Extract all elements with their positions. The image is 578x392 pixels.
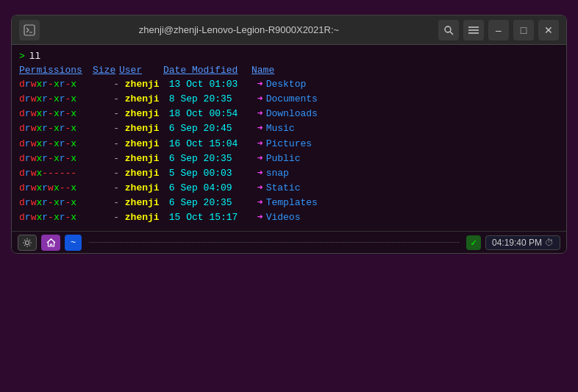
menu-button[interactable] xyxy=(463,20,484,40)
perm-x: x xyxy=(54,123,60,134)
home-button[interactable] xyxy=(41,235,60,251)
table-row: drwxr-xr-x - zhenji 13 Oct 01:03 ➜ Deskt… xyxy=(19,77,559,92)
perm-r: r xyxy=(60,123,65,134)
file-perms: drwxr-xr-x xyxy=(19,210,93,225)
perm-r: r xyxy=(25,138,31,149)
file-size: - xyxy=(93,196,119,210)
file-date: 6 Sep 20:45 xyxy=(163,121,251,136)
svg-point-2 xyxy=(445,26,451,32)
perm-x: x xyxy=(54,212,60,223)
file-size: - xyxy=(93,137,119,152)
perm-dash: - xyxy=(48,138,54,149)
file-user: zhenji xyxy=(119,166,163,181)
perm-r: r xyxy=(60,212,65,223)
perm-dash: - xyxy=(48,212,54,223)
perm-x: x xyxy=(71,108,76,119)
perm-w: w xyxy=(48,182,54,193)
perm-x: x xyxy=(71,93,76,104)
status-bar: ~ ✓ 04:19:40 PM ⏱ xyxy=(12,231,566,253)
table-header: Permissions Size User Date Modified Name xyxy=(19,65,559,76)
file-name: Public xyxy=(266,152,301,166)
perm-d: d xyxy=(19,197,25,208)
perm-r: r xyxy=(42,182,48,193)
terminal-icon[interactable] xyxy=(19,20,40,40)
window-title: zhenji@zhenji-Lenovo-Legion-R9000X2021R:… xyxy=(139,24,339,35)
maximize-button[interactable]: □ xyxy=(513,20,534,40)
file-perms: drwxrwx--x xyxy=(19,181,93,196)
perm-r: r xyxy=(25,123,31,134)
file-name: Pictures xyxy=(266,137,312,152)
gear-button[interactable] xyxy=(18,235,37,251)
perm-r: r xyxy=(60,153,65,164)
file-date: 16 Oct 15:04 xyxy=(163,137,251,152)
minimize-button[interactable]: – xyxy=(488,20,509,40)
table-row: drwxr-xr-x - zhenji 18 Oct 00:54 ➜ Downl… xyxy=(19,107,559,121)
title-bar: zhenji@zhenji-Lenovo-Legion-R9000X2021R:… xyxy=(12,15,566,45)
perm-x: x xyxy=(54,138,60,149)
svg-point-7 xyxy=(26,240,29,244)
arrow-icon: ➜ xyxy=(251,92,263,107)
perm-dash: - xyxy=(42,168,48,179)
prompt-arrow: > xyxy=(19,51,25,62)
file-user: zhenji xyxy=(119,107,163,121)
command-text: ll xyxy=(29,51,41,62)
perm-d: d xyxy=(19,168,25,179)
table-row: drwxr-xr-x - zhenji 15 Oct 15:17 ➜ Video… xyxy=(19,210,559,225)
title-bar-left xyxy=(19,20,40,40)
file-perms: drwxr-xr-x xyxy=(19,107,93,121)
file-size: - xyxy=(93,181,119,196)
file-size: - xyxy=(93,92,119,107)
perm-r: r xyxy=(25,182,31,193)
arrow-icon: ➜ xyxy=(251,121,263,136)
perm-x: x xyxy=(71,138,76,149)
perm-r: r xyxy=(42,153,48,164)
file-perms: drwxr-xr-x xyxy=(19,137,93,152)
file-perms: drwxr-xr-x xyxy=(19,121,93,136)
arrow-icon: ➜ xyxy=(251,137,263,152)
table-row: drwx------ - zhenji 5 Sep 00:03 ➜ snap xyxy=(19,166,559,181)
perm-d: d xyxy=(19,79,25,90)
perm-x: x xyxy=(54,79,60,90)
file-user: zhenji xyxy=(119,181,163,196)
perm-x: x xyxy=(71,197,76,208)
perm-r: r xyxy=(42,93,48,104)
perm-d: d xyxy=(19,212,25,223)
table-row: drwxr-xr-x - zhenji 16 Oct 15:04 ➜ Pictu… xyxy=(19,137,559,152)
file-perms: drwxr-xr-x xyxy=(19,152,93,166)
perm-r: r xyxy=(60,108,65,119)
perm-r: r xyxy=(25,93,31,104)
file-name: Templates xyxy=(266,196,318,210)
perm-r: r xyxy=(42,123,48,134)
perm-x: x xyxy=(71,79,76,90)
file-size: - xyxy=(93,107,119,121)
perm-x: x xyxy=(71,153,76,164)
perm-r: r xyxy=(60,138,65,149)
file-name: Downloads xyxy=(266,107,318,121)
perm-x: x xyxy=(54,197,60,208)
file-date: 13 Oct 01:03 xyxy=(163,77,251,92)
file-name: Static xyxy=(266,181,301,196)
perm-r: r xyxy=(60,197,65,208)
perm-dash: - xyxy=(48,153,54,164)
arrow-icon: ➜ xyxy=(251,210,263,225)
arrow-icon: ➜ xyxy=(251,107,263,121)
perm-r: r xyxy=(42,138,48,149)
search-button[interactable] xyxy=(438,20,459,40)
arrow-icon: ➜ xyxy=(251,152,263,166)
perm-d: d xyxy=(19,93,25,104)
close-button[interactable]: ✕ xyxy=(538,20,559,40)
branch-button[interactable]: ~ xyxy=(65,235,82,251)
table-row: drwxr-xr-x - zhenji 8 Sep 20:35 ➜ Docume… xyxy=(19,92,559,107)
perm-r: r xyxy=(25,212,31,223)
perm-dash: - xyxy=(71,168,76,179)
check-indicator: ✓ xyxy=(466,235,481,250)
perm-x: x xyxy=(71,212,76,223)
file-user: zhenji xyxy=(119,92,163,107)
prompt-line: > ll xyxy=(19,51,559,62)
perm-r: r xyxy=(25,79,31,90)
perm-dash: - xyxy=(60,182,65,193)
header-perms: Permissions xyxy=(19,65,93,76)
arrow-icon: ➜ xyxy=(251,196,263,210)
perm-x: x xyxy=(54,108,60,119)
clock-display: 04:19:40 PM ⏱ xyxy=(485,235,560,250)
